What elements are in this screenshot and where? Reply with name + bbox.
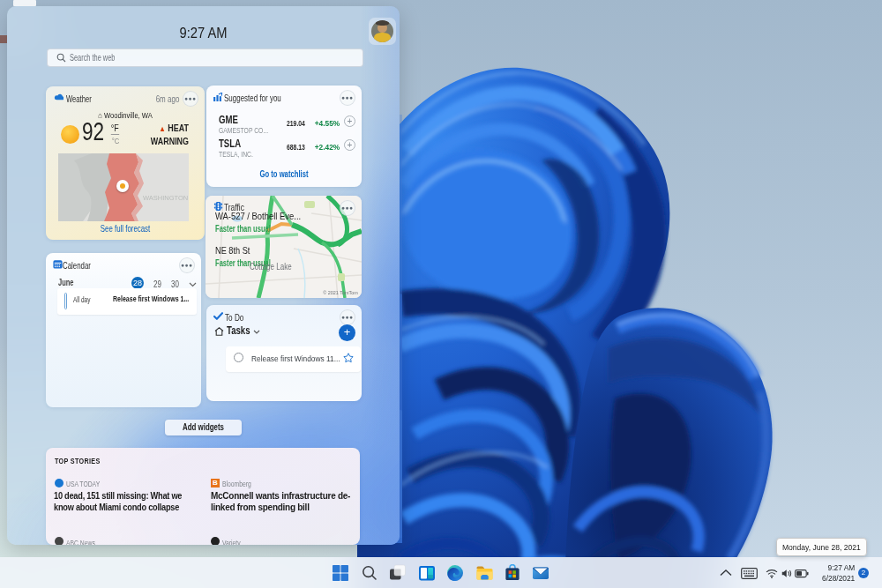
svg-text:WASHINGTON: WASHINGTON [143,194,188,202]
